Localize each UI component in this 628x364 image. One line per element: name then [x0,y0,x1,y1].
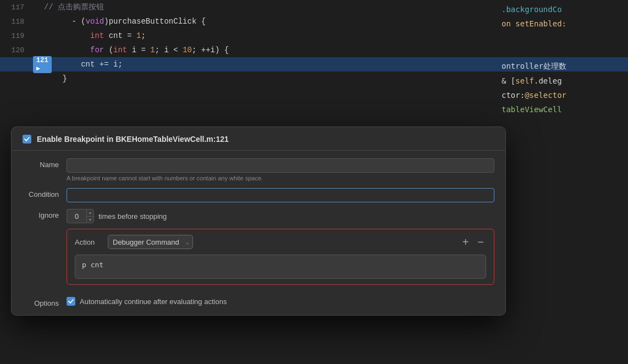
name-row: Name A breakpoint name cannot start with… [23,158,494,181]
right-line-1: .backgroundCo [496,2,628,16]
enable-breakpoint-checkbox[interactable] [23,135,31,144]
line-number-118: 118 [0,18,33,26]
name-content: A breakpoint name cannot start with numb… [67,158,494,181]
action-select-wrapper: Debugger Command Log Message Shell Comma… [108,235,193,249]
stepper-controls: ▲ ▼ [86,209,94,223]
name-hint: A breakpoint name cannot start with numb… [67,175,494,181]
ignore-suffix-text: times before stopping [98,212,167,220]
action-type-select[interactable]: Debugger Command Log Message Shell Comma… [108,235,193,249]
ignore-label: Ignore [23,209,67,219]
ignore-content: ▲ ▼ times before stopping [67,209,494,223]
condition-input[interactable] [67,188,494,202]
line-gutter-121: 121 ▶ [33,56,44,73]
auto-continue-row: Automatically continue after evaluating … [67,297,494,306]
action-form-row: Action Debugger Command Log Message Shel… [23,229,494,291]
add-action-button[interactable]: + [460,236,471,247]
condition-row: Condition [23,188,494,202]
line-number-120: 120 [0,46,33,54]
ignore-input-row: ▲ ▼ times before stopping [67,209,494,223]
ignore-value-input[interactable] [67,209,86,223]
options-row: Options Automatically continue after eva… [23,297,494,307]
condition-content [67,188,494,202]
debugger-command-input[interactable] [82,261,479,269]
right-line-5: & [self.deleg [496,74,628,88]
breakpoint-marker: 121 ▶ [33,56,52,73]
auto-continue-checkbox[interactable] [67,297,75,306]
name-label: Name [23,158,67,169]
auto-continue-checkmark-icon [68,298,74,305]
name-input[interactable] [67,158,494,173]
line-content-122: } [44,74,67,83]
right-code-panel: .backgroundCo on setEnabled: ontroller处理… [496,0,628,364]
stepper-down-button[interactable]: ▼ [87,217,93,223]
line-number-119: 119 [0,32,33,40]
command-input-wrapper [75,255,486,279]
dialog-body: Name A breakpoint name cannot start with… [12,151,505,315]
options-content: Automatically continue after evaluating … [67,297,494,306]
action-row: Action Debugger Command Log Message Shel… [75,235,486,249]
ignore-row: Ignore ▲ ▼ times before stopping [23,209,494,223]
stepper-up-button[interactable]: ▲ [87,209,93,217]
action-label: Action [75,238,108,246]
right-line-2: on setEnabled: [496,16,628,31]
ignore-stepper: ▲ ▼ [67,209,94,223]
condition-label: Condition [23,188,67,198]
action-form-label [23,229,67,235]
action-add-remove-buttons: + − [460,236,486,247]
right-line-4: ontroller处理数 [496,59,628,74]
line-number-117: 117 [0,3,33,12]
action-section: Action Debugger Command Log Message Shel… [67,229,494,285]
right-line-7: tableViewCell [496,102,628,117]
breakpoint-dialog: Enable Breakpoint in BKEHomeTableViewCel… [11,126,506,316]
dialog-title: Enable Breakpoint in BKEHomeTableViewCel… [37,135,229,144]
auto-continue-label: Automatically continue after evaluating … [80,297,227,306]
checkbox-checkmark-icon [24,136,30,142]
remove-action-button[interactable]: − [475,236,486,247]
dialog-header: Enable Breakpoint in BKEHomeTableViewCel… [12,127,505,151]
right-line-3 [496,31,628,45]
line-content-121: cnt += i; [44,60,123,69]
right-line-6: ctor:@selector [496,88,628,102]
options-label: Options [23,297,67,307]
action-content: Action Debugger Command Log Message Shel… [67,229,494,291]
